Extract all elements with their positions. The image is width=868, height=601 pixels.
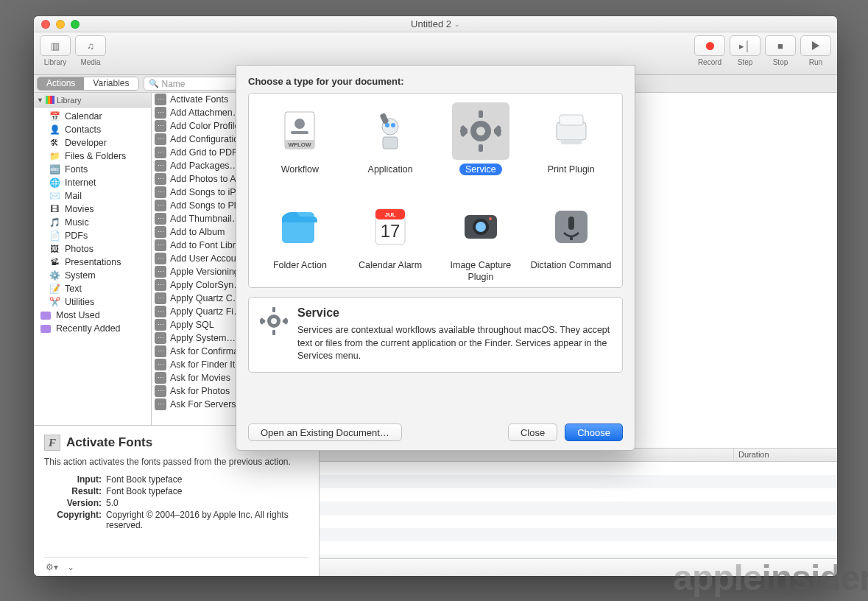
- category-item[interactable]: 📝Text: [34, 282, 151, 295]
- action-item[interactable]: ⋯Apply Quartz Fi…: [152, 305, 239, 318]
- category-item[interactable]: 📅Calendar: [34, 110, 151, 123]
- window-title[interactable]: Untitled 2 ⌄: [411, 18, 460, 29]
- doc-type-icon: [452, 198, 509, 256]
- action-icon: ⋯: [155, 279, 166, 291]
- svg-rect-11: [479, 110, 483, 118]
- action-icon: ⋯: [155, 213, 166, 225]
- category-item[interactable]: 📽Presentations: [34, 256, 151, 269]
- action-item[interactable]: ⋯Apply ColorSyn…: [152, 278, 239, 292]
- category-item[interactable]: 🛠Developer: [34, 136, 151, 150]
- log-col-duration[interactable]: Duration: [734, 449, 837, 461]
- tab-actions[interactable]: Actions: [38, 77, 84, 90]
- stop-toolbar-button[interactable]: ■ Stop: [765, 35, 796, 66]
- smart-folder-item[interactable]: Recently Added: [34, 322, 151, 335]
- category-item[interactable]: 🔤Fonts: [34, 163, 151, 176]
- sidebar-icon: ▥: [51, 41, 60, 52]
- action-item[interactable]: ⋯Add Thumbnail…: [152, 212, 239, 225]
- doc-type-calendar-alarm[interactable]: JUL17Calendar Alarm: [347, 198, 434, 283]
- action-icon: ⋯: [155, 200, 166, 211]
- doc-type-folder-action[interactable]: Folder Action: [256, 198, 343, 283]
- doc-type-application[interactable]: Application: [347, 102, 434, 186]
- type-desc-body: Services are contextual workflows availa…: [297, 324, 612, 363]
- doc-type-print-plugin[interactable]: Print Plugin: [528, 102, 615, 186]
- action-icon: ⋯: [155, 345, 166, 357]
- record-icon: [706, 42, 714, 50]
- action-item[interactable]: ⋯Ask For Servers: [152, 398, 239, 411]
- action-item[interactable]: ⋯Ask for Photos: [152, 384, 239, 398]
- svg-rect-22: [561, 140, 582, 144]
- action-item[interactable]: ⋯Add Color Profile: [152, 119, 239, 133]
- doc-type-workflow[interactable]: WFLOWWorkflow: [256, 102, 343, 186]
- action-item[interactable]: ⋯Add Configuratio: [152, 133, 239, 146]
- category-icon: 📝: [49, 283, 60, 295]
- action-icon: ⋯: [155, 319, 166, 331]
- category-item[interactable]: 🎵Music: [34, 216, 151, 229]
- category-item[interactable]: 👤Contacts: [34, 123, 151, 136]
- action-icon: ⋯: [155, 186, 166, 198]
- run-toolbar-button[interactable]: Run: [800, 35, 831, 66]
- action-item[interactable]: ⋯Add Songs to Pla: [152, 199, 239, 212]
- sheet-button-row: Open an Existing Document… Close Choose: [248, 416, 623, 441]
- disclosure-triangle-icon[interactable]: ▼: [37, 96, 43, 104]
- svg-point-29: [476, 222, 486, 232]
- action-item[interactable]: ⋯Apply SQL: [152, 318, 239, 331]
- category-item[interactable]: ✉️Mail: [34, 189, 151, 203]
- collapse-icon[interactable]: ⌄: [67, 562, 74, 572]
- action-item[interactable]: ⋯Apple Versioning: [152, 265, 239, 278]
- action-item[interactable]: ⋯Ask for Movies: [152, 371, 239, 384]
- category-item[interactable]: ✂️Utilities: [34, 295, 151, 309]
- minimize-window-button[interactable]: [56, 20, 65, 29]
- action-item[interactable]: ⋯Apply Quartz C…: [152, 292, 239, 305]
- smart-folder-item[interactable]: Most Used: [34, 309, 151, 322]
- category-item[interactable]: ⚙️System: [34, 269, 151, 282]
- action-item[interactable]: ⋯Add to Font Libra: [152, 239, 239, 252]
- doc-type-image-capture-plugin[interactable]: Image Capture Plugin: [437, 198, 524, 283]
- info-footer: ⚙︎▾ ⌄: [44, 557, 308, 576]
- info-kv: Input:Font Book typeface Result:Font Boo…: [44, 474, 308, 530]
- svg-text:WFLOW: WFLOW: [289, 141, 312, 148]
- action-item[interactable]: ⋯Add to Album: [152, 225, 239, 239]
- close-button[interactable]: Close: [508, 423, 557, 441]
- action-item[interactable]: ⋯Add Attachmen…: [152, 106, 239, 119]
- category-item[interactable]: 🎞Movies: [34, 203, 151, 216]
- zoom-window-button[interactable]: [71, 20, 80, 29]
- svg-point-7: [385, 123, 389, 127]
- action-item[interactable]: ⋯Activate Fonts: [152, 93, 239, 106]
- library-toolbar-button[interactable]: ▥ Library: [40, 35, 71, 66]
- action-item[interactable]: ⋯Add Grid to PDF: [152, 146, 239, 159]
- action-item[interactable]: ⋯Ask for Finder Ite: [152, 358, 239, 371]
- action-item[interactable]: ⋯Add Packages…s: [152, 159, 239, 172]
- sheet-heading: Choose a type for your document:: [248, 76, 623, 87]
- action-item[interactable]: ⋯Ask for Confirma: [152, 345, 239, 358]
- doc-type-dictation-command[interactable]: Dictation Command: [528, 198, 615, 283]
- action-icon: ⋯: [155, 147, 166, 158]
- action-item[interactable]: ⋯Add Photos to Al: [152, 172, 239, 186]
- library-root-row[interactable]: ▼ Library: [34, 93, 151, 108]
- record-toolbar-button[interactable]: Record: [694, 35, 725, 66]
- doc-type-icon: [452, 102, 509, 160]
- category-item[interactable]: 📁Files & Folders: [34, 150, 151, 163]
- close-window-button[interactable]: [41, 20, 50, 29]
- action-icon: ⋯: [155, 160, 166, 172]
- category-item[interactable]: 🌐Internet: [34, 176, 151, 189]
- tab-variables[interactable]: Variables: [84, 77, 138, 90]
- action-item[interactable]: ⋯Apply System…g: [152, 331, 239, 345]
- media-toolbar-button[interactable]: ♫ Media: [75, 35, 106, 66]
- choose-button[interactable]: Choose: [565, 423, 623, 441]
- action-item[interactable]: ⋯Add Songs to iPo: [152, 186, 239, 199]
- search-input[interactable]: 🔍 Name: [144, 77, 237, 91]
- svg-rect-4: [291, 131, 308, 134]
- open-existing-button[interactable]: Open an Existing Document…: [248, 423, 402, 441]
- type-description-box: Service Services are contextual workflow…: [248, 297, 623, 373]
- category-icon: 🎵: [49, 217, 60, 228]
- action-item[interactable]: ⋯Add User Accoun: [152, 252, 239, 265]
- doc-type-label: Application: [368, 164, 413, 186]
- category-item[interactable]: 📄PDFs: [34, 229, 151, 242]
- doc-type-label: Workflow: [281, 164, 319, 186]
- action-icon: ⋯: [155, 120, 166, 132]
- action-icon: ⋯: [155, 385, 166, 397]
- category-item[interactable]: 🖼Photos: [34, 242, 151, 256]
- step-toolbar-button[interactable]: ▸│ Step: [730, 35, 761, 66]
- doc-type-service[interactable]: Service: [437, 102, 524, 186]
- gear-icon[interactable]: ⚙︎▾: [46, 562, 58, 572]
